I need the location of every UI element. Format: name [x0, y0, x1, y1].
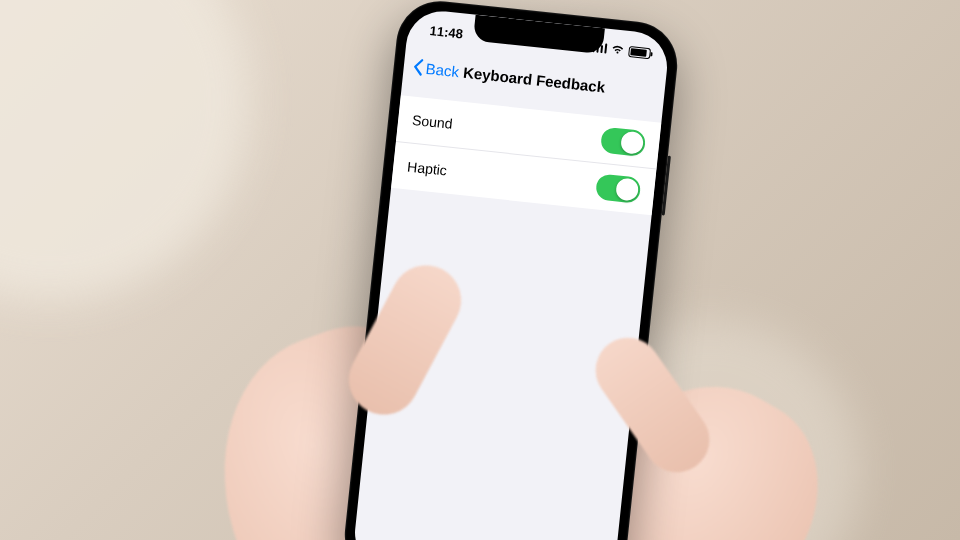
wifi-icon [610, 44, 625, 55]
back-button[interactable]: Back [411, 57, 460, 80]
phone-side-button [662, 156, 671, 216]
toggle-knob [615, 177, 639, 201]
status-time: 11:48 [429, 23, 464, 41]
sound-toggle[interactable] [600, 127, 646, 157]
settings-row-label: Haptic [407, 158, 448, 178]
settings-row-label: Sound [411, 112, 453, 132]
settings-group: Sound Haptic [391, 95, 661, 215]
back-button-label: Back [425, 59, 460, 79]
background-cushion [0, 0, 250, 300]
chevron-left-icon [411, 57, 425, 76]
page-title: Keyboard Feedback [462, 63, 606, 95]
phone-screen: 11:48 Ba [351, 8, 670, 540]
battery-icon [628, 45, 651, 58]
toggle-knob [620, 131, 644, 155]
phone-body: 11:48 Ba [340, 0, 681, 540]
haptic-toggle[interactable] [595, 173, 641, 203]
